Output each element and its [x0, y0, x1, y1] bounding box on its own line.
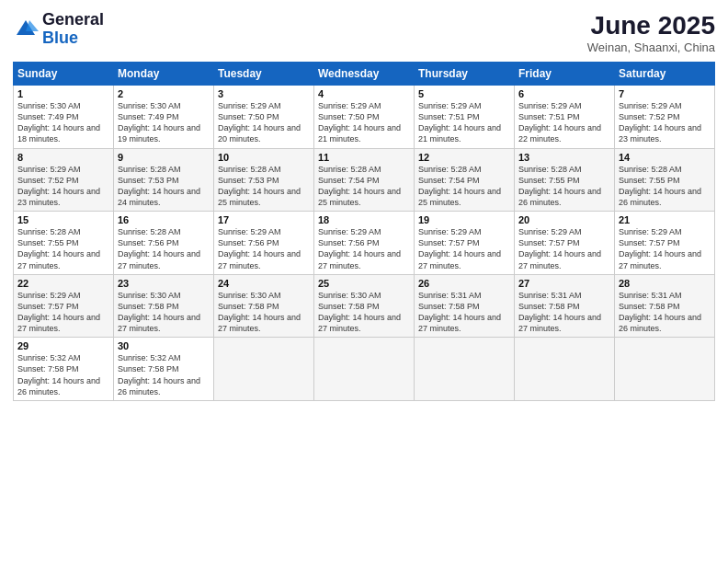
day-number: 9	[118, 152, 210, 163]
day-number: 26	[418, 278, 510, 289]
calendar-week-3: 22 Sunrise: 5:29 AMSunset: 7:57 PMDaylig…	[14, 274, 715, 338]
calendar-cell: 22 Sunrise: 5:29 AMSunset: 7:57 PMDaylig…	[14, 274, 114, 338]
calendar-cell: 21 Sunrise: 5:29 AMSunset: 7:57 PMDaylig…	[615, 212, 715, 275]
day-info: Sunrise: 5:29 AMSunset: 7:56 PMDaylight:…	[218, 226, 310, 271]
calendar-cell	[415, 338, 515, 401]
day-number: 6	[518, 88, 610, 99]
calendar-cell: 20 Sunrise: 5:29 AMSunset: 7:57 PMDaylig…	[515, 212, 615, 275]
main-title: June 2025	[587, 11, 715, 40]
calendar-cell	[615, 338, 715, 401]
day-info: Sunrise: 5:29 AMSunset: 7:57 PMDaylight:…	[518, 226, 610, 271]
day-number: 24	[218, 278, 310, 289]
calendar-cell: 5 Sunrise: 5:29 AMSunset: 7:51 PMDayligh…	[415, 86, 515, 149]
calendar-week-0: 1 Sunrise: 5:30 AMSunset: 7:49 PMDayligh…	[14, 86, 715, 149]
day-number: 20	[518, 214, 610, 225]
day-info: Sunrise: 5:30 AMSunset: 7:49 PMDaylight:…	[17, 100, 109, 145]
calendar-week-1: 8 Sunrise: 5:29 AMSunset: 7:52 PMDayligh…	[14, 148, 715, 212]
day-info: Sunrise: 5:32 AMSunset: 7:58 PMDaylight:…	[118, 352, 210, 397]
day-number: 8	[17, 152, 109, 163]
day-info: Sunrise: 5:29 AMSunset: 7:50 PMDaylight:…	[318, 100, 410, 145]
logo: General Blue	[13, 11, 104, 48]
day-number: 23	[118, 278, 210, 289]
day-info: Sunrise: 5:31 AMSunset: 7:58 PMDaylight:…	[619, 290, 711, 335]
calendar-cell: 2 Sunrise: 5:30 AMSunset: 7:49 PMDayligh…	[114, 86, 214, 149]
day-info: Sunrise: 5:29 AMSunset: 7:56 PMDaylight:…	[318, 226, 410, 271]
day-info: Sunrise: 5:28 AMSunset: 7:54 PMDaylight:…	[418, 164, 510, 209]
day-info: Sunrise: 5:31 AMSunset: 7:58 PMDaylight:…	[518, 290, 610, 335]
title-block: June 2025 Weinan, Shaanxi, China	[587, 11, 715, 54]
day-number: 29	[17, 340, 109, 351]
calendar-body: 1 Sunrise: 5:30 AMSunset: 7:49 PMDayligh…	[14, 86, 715, 401]
day-number: 4	[318, 88, 410, 99]
calendar-cell: 15 Sunrise: 5:28 AMSunset: 7:55 PMDaylig…	[14, 212, 114, 275]
calendar-cell: 17 Sunrise: 5:29 AMSunset: 7:56 PMDaylig…	[214, 212, 314, 275]
day-info: Sunrise: 5:30 AMSunset: 7:49 PMDaylight:…	[118, 100, 210, 145]
day-number: 3	[218, 88, 310, 99]
calendar-week-2: 15 Sunrise: 5:28 AMSunset: 7:55 PMDaylig…	[14, 212, 715, 275]
day-number: 1	[17, 88, 109, 99]
calendar-cell: 3 Sunrise: 5:29 AMSunset: 7:50 PMDayligh…	[214, 86, 314, 149]
calendar-cell: 12 Sunrise: 5:28 AMSunset: 7:54 PMDaylig…	[415, 148, 515, 212]
calendar-cell: 9 Sunrise: 5:28 AMSunset: 7:53 PMDayligh…	[114, 148, 214, 212]
day-number: 2	[118, 88, 210, 99]
col-wednesday: Wednesday	[314, 63, 415, 86]
day-info: Sunrise: 5:30 AMSunset: 7:58 PMDaylight:…	[118, 290, 210, 335]
calendar-cell: 19 Sunrise: 5:29 AMSunset: 7:57 PMDaylig…	[415, 212, 515, 275]
day-info: Sunrise: 5:32 AMSunset: 7:58 PMDaylight:…	[17, 352, 109, 397]
page: General Blue June 2025 Weinan, Shaanxi, …	[0, 0, 728, 563]
day-number: 16	[118, 214, 210, 225]
day-info: Sunrise: 5:28 AMSunset: 7:54 PMDaylight:…	[318, 164, 410, 209]
calendar-cell: 11 Sunrise: 5:28 AMSunset: 7:54 PMDaylig…	[314, 148, 415, 212]
day-number: 13	[518, 152, 610, 163]
calendar-cell: 27 Sunrise: 5:31 AMSunset: 7:58 PMDaylig…	[515, 274, 615, 338]
day-info: Sunrise: 5:28 AMSunset: 7:55 PMDaylight:…	[17, 226, 109, 271]
calendar-cell: 23 Sunrise: 5:30 AMSunset: 7:58 PMDaylig…	[114, 274, 214, 338]
day-number: 28	[619, 278, 711, 289]
day-number: 17	[218, 214, 310, 225]
col-friday: Friday	[515, 63, 615, 86]
col-saturday: Saturday	[615, 63, 715, 86]
day-info: Sunrise: 5:28 AMSunset: 7:55 PMDaylight:…	[619, 164, 711, 209]
logo-icon	[13, 17, 39, 42]
day-info: Sunrise: 5:29 AMSunset: 7:57 PMDaylight:…	[619, 226, 711, 271]
calendar-cell: 28 Sunrise: 5:31 AMSunset: 7:58 PMDaylig…	[615, 274, 715, 338]
calendar-cell: 4 Sunrise: 5:29 AMSunset: 7:50 PMDayligh…	[314, 86, 415, 149]
day-number: 22	[17, 278, 109, 289]
calendar-cell	[314, 338, 415, 401]
calendar: Sunday Monday Tuesday Wednesday Thursday…	[13, 62, 715, 401]
day-number: 18	[318, 214, 410, 225]
logo-blue: Blue	[42, 29, 104, 48]
col-tuesday: Tuesday	[214, 63, 314, 86]
calendar-week-4: 29 Sunrise: 5:32 AMSunset: 7:58 PMDaylig…	[14, 338, 715, 401]
day-info: Sunrise: 5:28 AMSunset: 7:53 PMDaylight:…	[118, 164, 210, 209]
calendar-cell: 24 Sunrise: 5:30 AMSunset: 7:58 PMDaylig…	[214, 274, 314, 338]
day-number: 14	[619, 152, 711, 163]
calendar-cell: 14 Sunrise: 5:28 AMSunset: 7:55 PMDaylig…	[615, 148, 715, 212]
day-info: Sunrise: 5:30 AMSunset: 7:58 PMDaylight:…	[218, 290, 310, 335]
day-info: Sunrise: 5:29 AMSunset: 7:57 PMDaylight:…	[17, 290, 109, 335]
calendar-cell: 6 Sunrise: 5:29 AMSunset: 7:51 PMDayligh…	[515, 86, 615, 149]
day-info: Sunrise: 5:29 AMSunset: 7:52 PMDaylight:…	[17, 164, 109, 209]
logo-general: General	[42, 11, 104, 29]
calendar-header-row: Sunday Monday Tuesday Wednesday Thursday…	[14, 63, 715, 86]
calendar-cell: 13 Sunrise: 5:28 AMSunset: 7:55 PMDaylig…	[515, 148, 615, 212]
day-info: Sunrise: 5:30 AMSunset: 7:58 PMDaylight:…	[318, 290, 410, 335]
col-monday: Monday	[114, 63, 214, 86]
day-number: 12	[418, 152, 510, 163]
calendar-cell: 16 Sunrise: 5:28 AMSunset: 7:56 PMDaylig…	[114, 212, 214, 275]
day-number: 25	[318, 278, 410, 289]
day-number: 5	[418, 88, 510, 99]
calendar-cell	[515, 338, 615, 401]
calendar-cell: 18 Sunrise: 5:29 AMSunset: 7:56 PMDaylig…	[314, 212, 415, 275]
subtitle: Weinan, Shaanxi, China	[587, 40, 715, 54]
col-thursday: Thursday	[415, 63, 515, 86]
day-number: 30	[118, 340, 210, 351]
calendar-cell	[214, 338, 314, 401]
day-number: 10	[218, 152, 310, 163]
day-info: Sunrise: 5:28 AMSunset: 7:56 PMDaylight:…	[118, 226, 210, 271]
day-number: 27	[518, 278, 610, 289]
day-number: 21	[619, 214, 711, 225]
calendar-cell: 10 Sunrise: 5:28 AMSunset: 7:53 PMDaylig…	[214, 148, 314, 212]
day-info: Sunrise: 5:28 AMSunset: 7:53 PMDaylight:…	[218, 164, 310, 209]
day-number: 15	[17, 214, 109, 225]
